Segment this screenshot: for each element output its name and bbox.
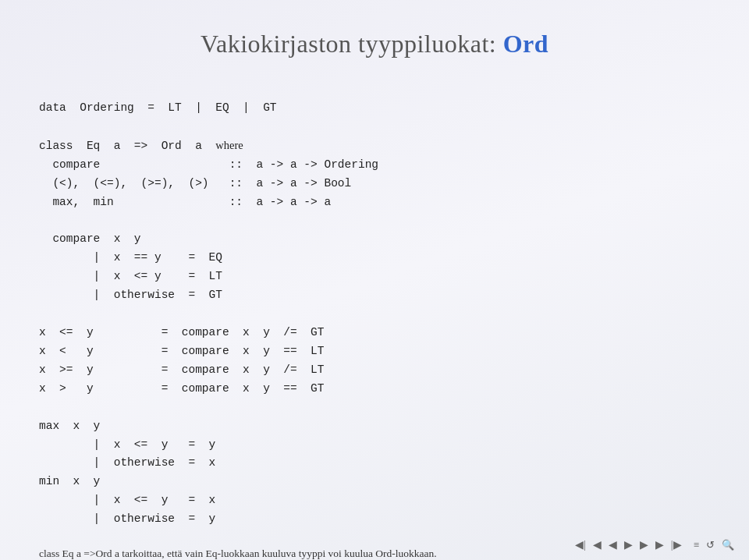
code-line-15: x >= y = compare x y /= LT: [39, 363, 324, 376]
slide: Vakiokirjaston tyyppiluokat: Ord data Or…: [0, 0, 749, 560]
code-line-22: | x <= y = x: [39, 494, 215, 506]
navigation-bar: ◀| ◀ ◀ ▶ ▶ ▶ |▶ ≡ ↺ 🔍: [573, 537, 737, 552]
code-line-10: | x <= y = LT: [39, 270, 222, 282]
nav-prev-icon[interactable]: ◀: [591, 537, 604, 552]
title-highlight: Ord: [503, 30, 548, 58]
nav-search-icon[interactable]: 🔍: [719, 538, 737, 552]
title-prefix: Vakiokirjaston tyyppiluokat:: [201, 30, 503, 58]
code-line-6: max, min :: a -> a -> a: [39, 196, 331, 208]
nav-first-icon[interactable]: ◀|: [573, 537, 588, 552]
code-line-18: max x y: [39, 420, 100, 432]
slide-title: Vakiokirjaston tyyppiluokat: Ord: [201, 30, 548, 58]
slide-content: data Ordering = LT | EQ | GT class Eq a …: [39, 80, 710, 548]
code-line-13: x <= y = compare x y /= GT: [39, 326, 324, 338]
code-block: data Ordering = LT | EQ | GT class Eq a …: [39, 80, 710, 548]
code-line-3: class Eq a => Ord a where: [39, 140, 243, 152]
code-line-20: | otherwise = x: [39, 456, 215, 469]
code-line-21: min x y: [39, 475, 100, 487]
code-line-9: | x == y = EQ: [39, 251, 222, 264]
nav-section-next-icon[interactable]: ▶: [637, 537, 651, 552]
code-line-4: compare :: a -> a -> Ordering: [39, 158, 378, 171]
nav-section-label: ▶: [622, 537, 635, 552]
code-line-19: | x <= y = y: [39, 438, 215, 451]
code-line-1: data Ordering = LT | EQ | GT: [39, 101, 277, 114]
code-line-23: | otherwise = y: [39, 512, 215, 525]
nav-menu-icon[interactable]: ≡: [691, 538, 701, 552]
code-line-5: (<), (<=), (>=), (>) :: a -> a -> Bool: [39, 177, 351, 190]
code-line-8: compare x y: [39, 232, 141, 245]
nav-section-prev-icon[interactable]: ◀: [606, 537, 619, 552]
nav-refresh-icon[interactable]: ↺: [704, 538, 717, 552]
nav-next-icon[interactable]: ▶: [653, 537, 666, 552]
code-line-11: | otherwise = GT: [39, 289, 222, 301]
code-line-14: x < y = compare x y == LT: [39, 345, 324, 357]
code-line-16: x > y = compare x y == GT: [39, 382, 324, 395]
nav-last-icon[interactable]: |▶: [669, 537, 684, 552]
